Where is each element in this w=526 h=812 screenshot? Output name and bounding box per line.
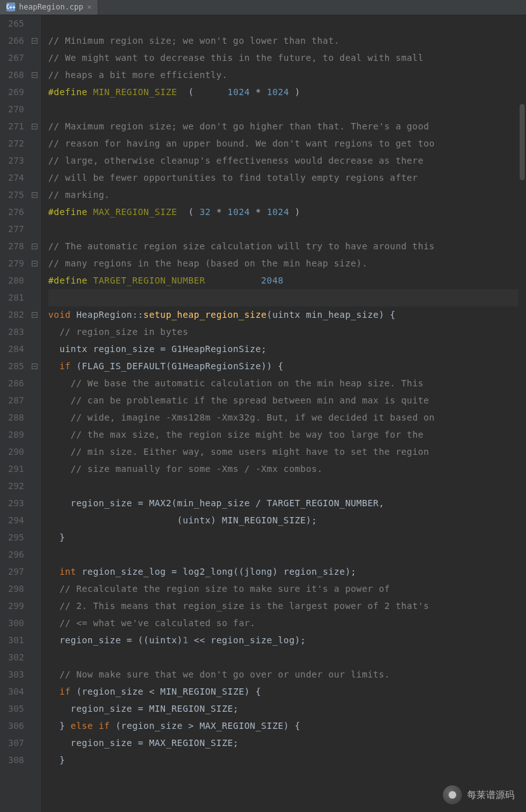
fold-cell[interactable] — [29, 32, 40, 49]
fold-cell[interactable] — [29, 683, 40, 700]
code-line[interactable] — [48, 546, 526, 563]
fold-cell[interactable] — [29, 717, 40, 735]
code-line[interactable]: #define TARGET_REGION_NUMBER 2048 — [48, 272, 526, 289]
fold-toggle-icon[interactable] — [32, 261, 37, 266]
fold-cell[interactable] — [29, 289, 40, 306]
code-line[interactable]: region_size = MIN_REGION_SIZE; — [48, 700, 526, 717]
fold-cell[interactable] — [29, 529, 40, 546]
fold-cell[interactable] — [29, 580, 40, 598]
fold-cell[interactable] — [29, 461, 40, 478]
fold-toggle-icon[interactable] — [32, 244, 37, 249]
code-viewport[interactable]: // Minimum region size; we won't go lowe… — [41, 15, 526, 812]
fold-cell[interactable] — [29, 169, 40, 187]
code-line[interactable] — [48, 221, 526, 238]
code-line[interactable]: region_size = MAX_REGION_SIZE; — [48, 735, 526, 752]
fold-cell[interactable] — [29, 238, 40, 255]
fold-cell[interactable] — [29, 135, 40, 152]
editor-tab[interactable]: C++ heapRegion.cpp × — [0, 0, 98, 15]
code-line[interactable]: // Maximum region size; we don't go high… — [48, 118, 526, 135]
fold-cell[interactable] — [29, 392, 40, 409]
code-line[interactable]: } else if (region_size > MAX_REGION_SIZE… — [48, 717, 526, 735]
fold-cell[interactable] — [29, 409, 40, 426]
fold-cell[interactable] — [29, 443, 40, 461]
code-line[interactable]: // Minimum region size; we won't go lowe… — [48, 32, 526, 49]
fold-cell[interactable] — [29, 118, 40, 135]
fold-toggle-icon[interactable] — [32, 363, 37, 369]
code-line[interactable]: // Recalculate the region size to make s… — [48, 580, 526, 598]
code-line[interactable]: // region_size in bytes — [48, 324, 526, 341]
fold-toggle-icon[interactable] — [32, 38, 37, 44]
fold-cell[interactable] — [29, 358, 40, 375]
fold-cell[interactable] — [29, 735, 40, 752]
code-line[interactable]: } — [48, 529, 526, 546]
fold-toggle-icon[interactable] — [32, 192, 37, 198]
fold-cell[interactable] — [29, 187, 40, 204]
code-line[interactable]: // The automatic region size calculation… — [48, 238, 526, 255]
code-line[interactable]: // many regions in the heap (based on th… — [48, 255, 526, 272]
fold-cell[interactable] — [29, 615, 40, 632]
code-line[interactable] — [48, 289, 526, 306]
fold-cell[interactable] — [29, 666, 40, 683]
scrollbar-thumb[interactable] — [520, 104, 525, 180]
fold-toggle-icon[interactable] — [32, 312, 37, 318]
fold-cell[interactable] — [29, 255, 40, 272]
code-line[interactable]: // heaps a bit more efficiently. — [48, 67, 526, 84]
fold-cell[interactable] — [29, 84, 40, 101]
code-line[interactable]: // We base the automatic calculation on … — [48, 375, 526, 392]
close-icon[interactable]: × — [87, 3, 91, 11]
fold-cell[interactable] — [29, 649, 40, 666]
fold-cell[interactable] — [29, 478, 40, 495]
fold-toggle-icon[interactable] — [32, 72, 37, 78]
code-line[interactable]: region_size = MAX2(min_heap_size / TARGE… — [48, 495, 526, 512]
code-line[interactable] — [48, 478, 526, 495]
code-line[interactable]: // reason for having an upper bound. We … — [48, 135, 526, 152]
code-line[interactable]: void HeapRegion::setup_heap_region_size(… — [48, 306, 526, 324]
fold-cell[interactable] — [29, 341, 40, 358]
fold-cell[interactable] — [29, 563, 40, 580]
fold-gutter[interactable] — [29, 15, 41, 812]
code-line[interactable]: // will be fewer opportunities to find t… — [48, 169, 526, 187]
code-line[interactable]: // We might want to decrease this in the… — [48, 49, 526, 67]
code-line[interactable] — [48, 15, 526, 32]
code-line[interactable]: // marking. — [48, 187, 526, 204]
fold-cell[interactable] — [29, 67, 40, 84]
fold-cell[interactable] — [29, 495, 40, 512]
code-line[interactable]: #define MAX_REGION_SIZE ( 32 * 1024 * 10… — [48, 204, 526, 221]
fold-toggle-icon[interactable] — [32, 124, 37, 129]
fold-cell[interactable] — [29, 700, 40, 717]
code-line[interactable]: (uintx) MIN_REGION_SIZE); — [48, 512, 526, 529]
fold-cell[interactable] — [29, 221, 40, 238]
fold-cell[interactable] — [29, 324, 40, 341]
code-line[interactable]: // size manually for some -Xms / -Xmx co… — [48, 461, 526, 478]
fold-cell[interactable] — [29, 598, 40, 615]
code-line[interactable]: if (region_size < MIN_REGION_SIZE) { — [48, 683, 526, 700]
fold-cell[interactable] — [29, 49, 40, 67]
fold-cell[interactable] — [29, 426, 40, 443]
code-line[interactable]: } — [48, 752, 526, 769]
fold-cell[interactable] — [29, 272, 40, 289]
code-line[interactable]: // 2. This means that region_size is the… — [48, 598, 526, 615]
code-line[interactable]: // can be problematic if the spread betw… — [48, 392, 526, 409]
fold-cell[interactable] — [29, 632, 40, 649]
fold-cell[interactable] — [29, 512, 40, 529]
code-line[interactable] — [48, 101, 526, 118]
code-line[interactable]: // wide, imagine -Xms128m -Xmx32g. But, … — [48, 409, 526, 426]
code-line[interactable]: // large, otherwise cleanup's effectiven… — [48, 152, 526, 169]
code-line[interactable]: #define MIN_REGION_SIZE ( 1024 * 1024 ) — [48, 84, 526, 101]
editor-area[interactable]: 2652662672682692702712722732742752762772… — [0, 15, 526, 812]
code-line[interactable]: uintx region_size = G1HeapRegionSize; — [48, 341, 526, 358]
code-line[interactable]: region_size = ((uintx)1 << region_size_l… — [48, 632, 526, 649]
fold-cell[interactable] — [29, 752, 40, 769]
code-line[interactable]: // <= what we've calculated so far. — [48, 615, 526, 632]
code-line[interactable]: int region_size_log = log2_long((jlong) … — [48, 563, 526, 580]
vertical-scrollbar[interactable] — [518, 15, 526, 812]
code-line[interactable] — [48, 649, 526, 666]
code-line[interactable]: // min size. Either way, some users migh… — [48, 443, 526, 461]
code-line[interactable]: // the max size, the region size might b… — [48, 426, 526, 443]
code-line[interactable]: // Now make sure that we don't go over o… — [48, 666, 526, 683]
fold-cell[interactable] — [29, 546, 40, 563]
fold-cell[interactable] — [29, 204, 40, 221]
fold-cell[interactable] — [29, 375, 40, 392]
fold-cell[interactable] — [29, 101, 40, 118]
code-line[interactable]: if (FLAG_IS_DEFAULT(G1HeapRegionSize)) { — [48, 358, 526, 375]
